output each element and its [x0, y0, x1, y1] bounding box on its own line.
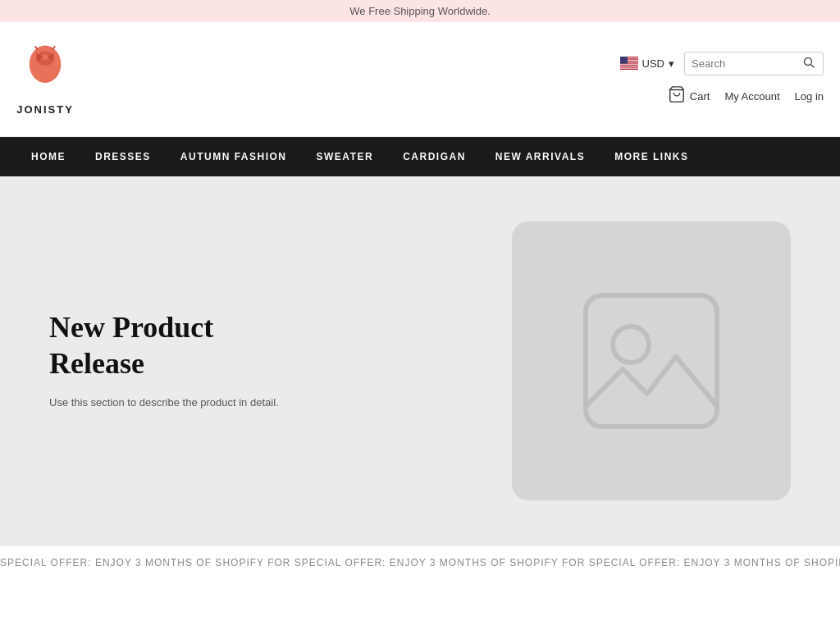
my-account-link[interactable]: My Account	[724, 90, 779, 103]
nav-item-cardigan[interactable]: CARDIGAN	[388, 139, 481, 174]
hero-image-placeholder	[512, 221, 791, 500]
marquee-text: SPECIAL OFFER: ENJOY 3 MONTHS OF SHOPIFY…	[0, 557, 840, 568]
nav-item-dresses[interactable]: DRESSES	[80, 139, 166, 174]
flag-icon	[620, 57, 638, 70]
search-bar	[684, 52, 824, 75]
header-top-row: USD ▾	[620, 52, 824, 75]
svg-point-25	[613, 326, 649, 363]
search-button[interactable]	[803, 57, 815, 71]
nav-item-more-links[interactable]: MORE LINKS	[600, 139, 703, 174]
svg-rect-20	[620, 57, 628, 64]
logo-text: JONISTY	[16, 103, 74, 116]
search-input[interactable]	[692, 57, 798, 70]
nav-item-home[interactable]: HOME	[16, 139, 80, 174]
svg-rect-14	[620, 64, 638, 65]
cart-label: Cart	[690, 90, 710, 103]
announcement-text: We Free Shipping Worldwide.	[349, 5, 491, 17]
nav-item-sweater[interactable]: SWEATER	[302, 139, 389, 174]
header-right: USD ▾	[620, 52, 824, 107]
svg-rect-19	[620, 69, 638, 70]
cart-svg-icon	[668, 85, 686, 103]
svg-rect-24	[586, 295, 717, 427]
cart-icon	[668, 85, 686, 107]
hero-text: New Product Release Use this section to …	[49, 310, 295, 411]
header-bottom-row: Cart My Account Log in	[668, 85, 824, 107]
login-link[interactable]: Log in	[795, 90, 824, 103]
cart-area[interactable]: Cart	[668, 85, 710, 107]
search-icon	[803, 57, 815, 68]
svg-rect-15	[620, 65, 638, 66]
svg-rect-16	[620, 66, 638, 66]
hero-title: New Product Release	[49, 310, 295, 381]
hero-description: Use this section to describe the product…	[49, 395, 295, 412]
placeholder-icon	[569, 279, 733, 443]
currency-selector[interactable]: USD ▾	[620, 57, 674, 70]
svg-rect-18	[620, 68, 638, 69]
currency-chevron: ▾	[669, 57, 674, 70]
nav-item-new-arrivals[interactable]: NEW ARRIVALS	[481, 139, 600, 174]
logo[interactable]: JONISTY	[16, 43, 74, 116]
announcement-bar: We Free Shipping Worldwide.	[0, 0, 840, 22]
nav-item-autumn-fashion[interactable]: AUTUMN FASHION	[166, 139, 302, 174]
nav-bar: HOME DRESSES AUTUMN FASHION SWEATER CARD…	[0, 137, 840, 176]
hero-section: New Product Release Use this section to …	[0, 176, 840, 546]
svg-point-4	[43, 54, 48, 60]
header: JONISTY	[0, 22, 840, 137]
svg-line-22	[811, 64, 815, 67]
marquee-bar: SPECIAL OFFER: ENJOY 3 MONTHS OF SHOPIFY…	[0, 546, 840, 578]
currency-code: USD	[642, 57, 664, 70]
svg-rect-17	[620, 66, 638, 67]
logo-icon	[16, 43, 74, 100]
